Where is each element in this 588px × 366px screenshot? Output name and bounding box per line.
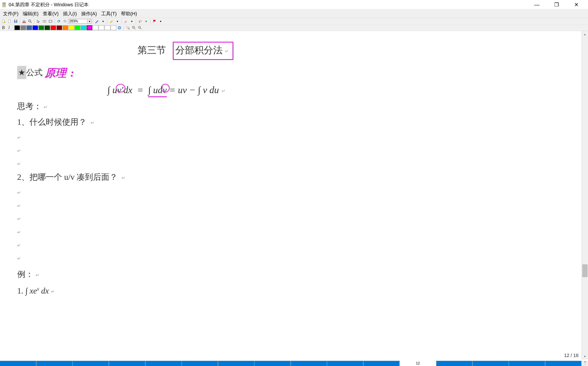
bold-button[interactable]: B [1,25,6,30]
scroll-thumb[interactable] [582,264,588,277]
page-thumb-8[interactable] [254,361,291,366]
flag-dropdown[interactable]: ▾ [158,18,163,24]
maximize-button[interactable]: ❐ [547,0,566,9]
page-thumb-14[interactable] [473,361,509,366]
menu-insert[interactable]: 插入(I) [61,9,79,18]
page-thumb-7[interactable] [218,361,254,366]
section-title-row: 第三节 分部积分法 ↵ [138,44,564,57]
menu-actions[interactable]: 操作(A) [79,9,99,18]
vertical-scrollbar[interactable]: ▴ ▾ [581,31,588,359]
page-thumb-11[interactable] [363,361,400,366]
color-gray[interactable] [20,25,26,30]
page-thumb-6[interactable] [182,361,218,366]
minimize-button[interactable]: — [527,0,547,9]
undo-button[interactable] [56,18,62,24]
selection-button[interactable] [36,18,41,24]
color-orange[interactable] [63,25,68,30]
highlighter-button[interactable] [109,18,114,24]
paragraph-mark: ↵ [51,289,55,294]
highlighter-dropdown[interactable]: ▾ [115,18,120,24]
eraser-dropdown[interactable]: ▾ [129,18,134,24]
redo-button[interactable] [62,18,68,24]
find-button[interactable] [27,18,33,24]
zoom-in-button[interactable] [131,25,137,30]
menu-edit[interactable]: 编辑(E) [21,9,41,18]
color-darkblue[interactable] [26,25,32,30]
blank-line: ↵ [17,199,564,211]
color-magenta[interactable] [87,25,92,30]
blank-line: ↵ [17,226,564,237]
next-page-button[interactable]: › [582,365,588,366]
insert-button[interactable] [143,18,149,24]
text-box-button[interactable] [48,18,53,24]
svg-rect-2 [3,4,5,4]
section-label: 第三节 [138,45,166,55]
new-button[interactable] [7,18,13,24]
svg-rect-10 [15,22,16,23]
color-yellow[interactable] [68,25,74,30]
save-button[interactable] [13,18,18,24]
page-strip-nav: ≪ ‹ › ≫ [581,361,588,366]
color-empty1[interactable] [93,25,98,30]
prev-page-button[interactable]: ‹ [582,363,588,365]
svg-line-31 [140,28,141,29]
window-controls: — ❐ ✕ [527,0,586,9]
page-thumb-9[interactable] [291,361,327,366]
zoom-input[interactable] [68,19,88,24]
svg-line-14 [30,22,32,23]
zoom-to-selection-button[interactable] [125,25,131,30]
zoom-dropdown[interactable]: ▾ [88,19,91,24]
zoom-out-button[interactable] [137,25,143,30]
menu-help[interactable]: 帮助(H) [119,9,139,18]
color-black[interactable] [15,25,20,30]
pen-dropdown[interactable]: ▾ [100,18,106,24]
page-thumb-2[interactable] [36,361,73,366]
page-thumb-10[interactable] [327,361,363,366]
toolbar-sep [34,19,34,24]
close-button[interactable]: ✕ [566,0,586,9]
lasso-button[interactable] [137,18,143,24]
color-empty4[interactable] [111,25,116,30]
cut-button[interactable] [21,18,27,24]
color-darkgreen[interactable] [45,25,50,30]
formula-label: 公式 [26,68,43,77]
pen-button[interactable] [94,18,100,24]
new-note-button[interactable] [1,18,7,24]
color-cyan[interactable] [81,25,86,30]
ink-handwriting: 原理 : [45,67,74,79]
page-thumb-3[interactable] [73,361,109,366]
scroll-up-button[interactable]: ▴ [582,31,588,38]
formula-label-row: ★公式 原理 : [17,63,564,80]
page-thumb-13[interactable] [436,361,473,366]
window-title: 04.第四章 不定积分 - Windows 日记本 [9,1,527,8]
insert-space-button[interactable] [42,18,47,24]
ink-text: 原理 [45,67,66,79]
color-green[interactable] [38,25,44,30]
toolbar-format: B I [0,24,588,31]
page-thumb-5[interactable] [146,361,182,366]
color-red[interactable] [51,25,56,30]
menu-view[interactable]: 查看(V) [41,9,61,18]
page-navigation-strip[interactable]: 12 [0,361,581,366]
menu-file[interactable]: 文件(F) [1,9,21,18]
page-thumb-15[interactable] [509,361,545,366]
page-thumb-12[interactable]: 12 [400,361,436,366]
menu-tools[interactable]: 工具(T) [99,9,119,18]
flag-button[interactable] [152,18,157,24]
color-lime[interactable] [74,25,80,30]
italic-button[interactable]: I [7,25,12,30]
page-thumb-16[interactable] [545,361,581,366]
note-canvas[interactable]: 第三节 分部积分法 ↵ ★公式 原理 : ∫ uv′dx = ∫ udv = u… [0,31,581,359]
color-picker-button[interactable] [117,25,122,30]
page-thumb-4[interactable] [109,361,145,366]
color-blue[interactable] [32,25,38,30]
toolbar-sep [55,19,55,24]
color-empty3[interactable] [105,25,110,30]
eraser-button[interactable] [123,18,128,24]
first-page-button[interactable]: ≪ [582,361,588,363]
color-darkred[interactable] [57,25,62,30]
scroll-down-button[interactable]: ▾ [582,353,588,359]
color-empty2[interactable] [99,25,104,30]
star-icon: ★ [17,66,26,79]
page-thumb-1[interactable] [0,361,36,366]
